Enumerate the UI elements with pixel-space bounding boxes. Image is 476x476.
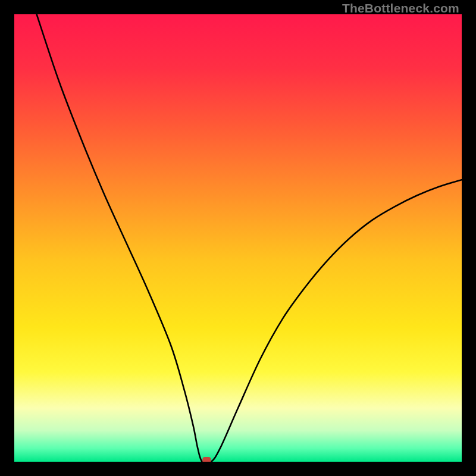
optimal-marker bbox=[202, 457, 211, 462]
bottleneck-chart bbox=[14, 14, 462, 462]
gradient-background bbox=[14, 14, 462, 462]
watermark-text: TheBottleneck.com bbox=[342, 1, 459, 15]
chart-frame bbox=[14, 14, 462, 462]
